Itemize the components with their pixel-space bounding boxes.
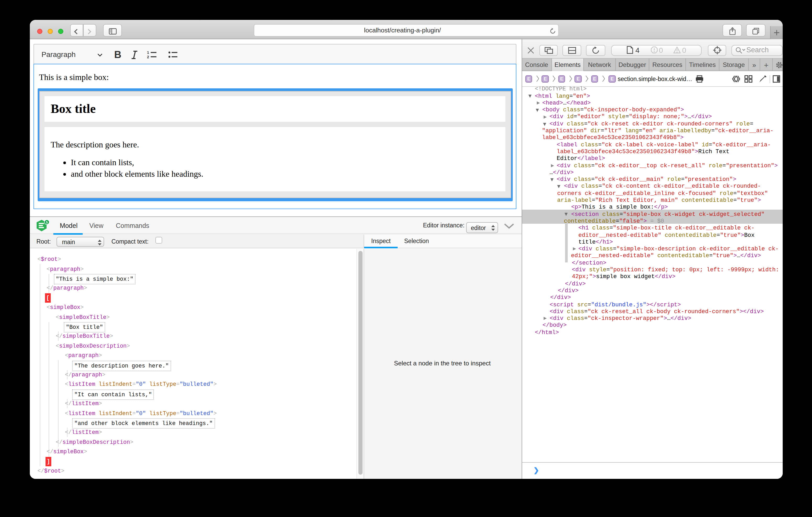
svg-text:2: 2 xyxy=(147,55,149,58)
svg-text:1: 1 xyxy=(147,51,149,55)
svg-text:5: 5 xyxy=(46,220,48,224)
